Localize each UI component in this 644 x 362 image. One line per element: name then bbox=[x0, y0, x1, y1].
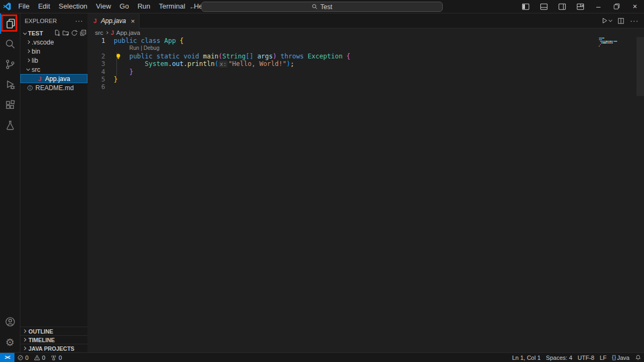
minimap-segment bbox=[604, 38, 604, 39]
search-value: Test bbox=[320, 3, 332, 11]
new-file-icon[interactable] bbox=[54, 29, 61, 36]
status-encoding[interactable]: UTF-8 bbox=[575, 353, 597, 362]
pane-timeline[interactable]: TIMELINE bbox=[20, 335, 87, 344]
more-actions-icon[interactable]: ··· bbox=[630, 17, 639, 25]
code-text[interactable]: public class App { bbox=[114, 37, 184, 45]
run-java-button[interactable] bbox=[601, 17, 612, 24]
tab-app-java[interactable]: J App.java × bbox=[87, 13, 140, 28]
menu-item-edit[interactable]: Edit bbox=[34, 0, 54, 13]
window-controls: –× bbox=[516, 0, 644, 13]
customize-layout-icon[interactable] bbox=[571, 0, 589, 13]
sidebar-empty-space bbox=[20, 92, 87, 327]
collapse-all-icon[interactable] bbox=[79, 29, 86, 36]
command-center-search[interactable]: Test bbox=[201, 2, 443, 12]
restore-icon[interactable] bbox=[608, 0, 626, 13]
status-text: Java bbox=[617, 354, 630, 361]
minimize-icon[interactable]: – bbox=[589, 0, 608, 13]
glyph-margin bbox=[105, 68, 114, 76]
codelens-run[interactable]: Run bbox=[129, 45, 139, 51]
activity-item-run-and-debug[interactable] bbox=[0, 75, 20, 95]
status-indentation[interactable]: Spaces: 4 bbox=[543, 353, 575, 362]
tree-item-readme-md[interactable]: README.md bbox=[20, 83, 87, 92]
code-text[interactable]: System.out.println(x:"Hello, World!"); bbox=[114, 60, 294, 68]
activity-item-accounts[interactable] bbox=[0, 312, 20, 332]
status-warnings[interactable]: 0 bbox=[31, 353, 48, 362]
toggle-panel-icon[interactable] bbox=[535, 0, 553, 13]
code-line-2: 2 public static void main(String[] args)… bbox=[87, 53, 644, 60]
status-text: Ln 1, Col 1 bbox=[512, 354, 540, 361]
status-cursor-position[interactable]: Ln 1, Col 1 bbox=[509, 353, 543, 362]
menu-item-run[interactable]: Run bbox=[133, 0, 155, 13]
status-text: 0 bbox=[42, 354, 45, 361]
tree-item--vscode[interactable]: .vscode bbox=[20, 38, 87, 47]
activity-item-search[interactable] bbox=[0, 34, 20, 54]
minimap[interactable] bbox=[599, 38, 636, 49]
scrollbar[interactable] bbox=[636, 37, 644, 96]
minimap-segment bbox=[608, 42, 612, 43]
code-text[interactable]: } bbox=[114, 76, 118, 83]
codelens-debug[interactable]: Debug bbox=[144, 45, 159, 51]
close-icon[interactable]: × bbox=[131, 17, 135, 25]
chevron-right-icon bbox=[23, 346, 26, 350]
status-text: 0 bbox=[25, 354, 28, 361]
lightbulb-icon[interactable] bbox=[115, 53, 121, 60]
activity-item-extensions[interactable] bbox=[0, 95, 20, 115]
code-editor[interactable]: 1public class App {Run | Debug2 public s… bbox=[87, 37, 644, 352]
minimap-segment bbox=[612, 42, 613, 43]
close-icon[interactable]: × bbox=[626, 0, 644, 13]
new-folder-icon[interactable] bbox=[62, 29, 69, 36]
status-errors[interactable]: 0 bbox=[14, 353, 31, 362]
tree-item-src[interactable]: src bbox=[20, 65, 87, 74]
code-line-5: 5} bbox=[87, 76, 644, 83]
menu-item-view[interactable]: View bbox=[92, 0, 115, 13]
toggle-primary-sidebar-icon[interactable] bbox=[516, 0, 535, 13]
back-icon[interactable]: ← bbox=[189, 0, 196, 13]
remote-indicator[interactable]: >< bbox=[0, 353, 14, 362]
minimap-segment bbox=[617, 41, 617, 42]
more-actions-icon[interactable]: ··· bbox=[75, 17, 83, 25]
info-icon bbox=[27, 85, 33, 91]
line-number: 5 bbox=[87, 76, 105, 83]
activity-item-settings[interactable]: ⚙ bbox=[0, 332, 20, 352]
status-text: LF bbox=[599, 354, 606, 361]
toggle-secondary-sidebar-icon[interactable] bbox=[553, 0, 571, 13]
status-ports[interactable]: 0 bbox=[48, 353, 64, 362]
pane-label: OUTLINE bbox=[28, 328, 53, 335]
menu-item-terminal[interactable]: Terminal bbox=[155, 0, 189, 13]
play-icon bbox=[601, 17, 608, 24]
pane-label: TIMELINE bbox=[28, 337, 55, 343]
code-text[interactable]: } bbox=[114, 68, 133, 76]
section-header-test[interactable]: TEST bbox=[20, 28, 87, 38]
file-tree: .vscodebinlibsrcJApp.javaREADME.md bbox=[20, 38, 87, 92]
breadcrumb-item-src[interactable]: src bbox=[95, 29, 103, 36]
sidebar-header: EXPLORER ··· bbox=[20, 13, 87, 28]
tree-item-bin[interactable]: bin bbox=[20, 47, 87, 56]
status-language-mode[interactable]: { }Java bbox=[609, 353, 632, 362]
chevron-down-icon[interactable] bbox=[609, 18, 612, 22]
status-notifications[interactable] bbox=[632, 353, 644, 362]
menu-item-go[interactable]: Go bbox=[115, 0, 133, 13]
tree-item-lib[interactable]: lib bbox=[20, 56, 87, 65]
menu-item-selection[interactable]: Selection bbox=[54, 0, 91, 13]
breadcrumb-item-app-java[interactable]: JApp.java bbox=[111, 29, 140, 36]
activity-item-explorer[interactable] bbox=[0, 13, 20, 34]
activity-item-testing[interactable] bbox=[0, 115, 20, 136]
activity-item-source-control[interactable] bbox=[0, 54, 20, 75]
split-editor-icon[interactable] bbox=[617, 17, 625, 25]
indent-guide bbox=[116, 60, 117, 68]
menu-bar: FileEditSelectionViewGoRunTerminalHelp bbox=[14, 0, 213, 13]
refresh-icon[interactable] bbox=[71, 29, 78, 36]
section-label: TEST bbox=[28, 30, 43, 36]
tree-item-app-java[interactable]: JApp.java bbox=[20, 74, 87, 83]
menu-item-file[interactable]: File bbox=[14, 0, 34, 13]
code-text[interactable]: public static void main(String[] args) t… bbox=[114, 53, 350, 60]
pane-outline[interactable]: OUTLINE bbox=[20, 327, 87, 335]
tree-item-label: bin bbox=[32, 48, 40, 55]
workbench: ⚙ EXPLORER ··· TEST .vscodebinlibsrcJApp… bbox=[0, 13, 644, 352]
chevron-right-icon bbox=[23, 338, 26, 342]
line-number: 2 bbox=[87, 53, 105, 60]
pane-java-projects[interactable]: JAVA PROJECTS bbox=[20, 344, 87, 352]
editor-group: J App.java × ··· srcJApp.java 1public cl… bbox=[87, 13, 644, 352]
glyph-margin bbox=[105, 83, 114, 91]
status-eol[interactable]: LF bbox=[597, 353, 609, 362]
